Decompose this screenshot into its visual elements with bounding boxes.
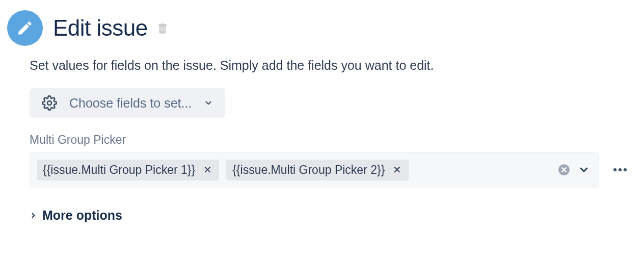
tag-remove-button[interactable]: ✕: [392, 165, 403, 175]
page-title: Edit issue: [53, 15, 148, 41]
choose-fields-label: Choose fields to set...: [69, 96, 192, 111]
more-options-label: More options: [42, 208, 122, 223]
field-label: Multi Group Picker: [30, 133, 637, 147]
picker-tag: {{issue.Multi Group Picker 1}} ✕: [37, 160, 219, 180]
svg-point-4: [624, 168, 627, 171]
svg-point-0: [47, 101, 51, 105]
delete-button[interactable]: [156, 21, 169, 35]
gear-icon: [42, 95, 57, 111]
more-options-toggle[interactable]: More options: [30, 208, 637, 223]
choose-fields-button[interactable]: Choose fields to set...: [30, 88, 225, 118]
picker-tag: {{issue.Multi Group Picker 2}} ✕: [226, 160, 409, 180]
multi-group-picker-input[interactable]: {{issue.Multi Group Picker 1}} ✕ {{issue…: [30, 152, 599, 188]
chevron-right-icon: [30, 212, 37, 219]
edit-issue-icon: [7, 10, 43, 46]
chevron-down-icon[interactable]: [578, 164, 592, 176]
tag-remove-button[interactable]: ✕: [202, 165, 213, 175]
picker-tag-label: {{issue.Multi Group Picker 1}}: [43, 163, 195, 177]
svg-point-3: [619, 168, 622, 171]
svg-point-2: [613, 168, 616, 171]
picker-tag-label: {{issue.Multi Group Picker 2}}: [232, 163, 385, 177]
chevron-down-icon: [204, 98, 213, 108]
clear-button[interactable]: [557, 163, 571, 176]
description-text: Set values for fields on the issue. Simp…: [30, 58, 637, 73]
more-actions-button[interactable]: [609, 161, 637, 178]
